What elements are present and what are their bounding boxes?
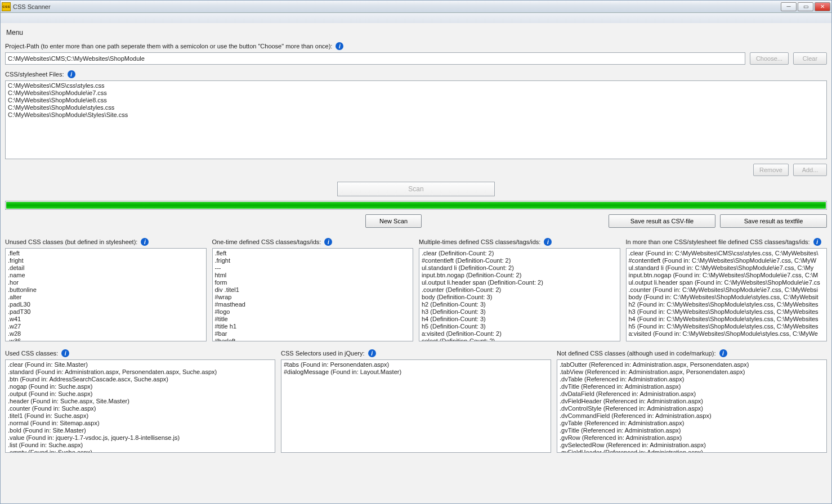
list-item[interactable]: a:visited (Definition-Count: 2) [422,330,618,338]
list-item[interactable]: h4 (Definition-Count: 3) [422,316,618,323]
add-button[interactable]: Add... [793,164,827,176]
list-item[interactable]: h3 (Found in: C:\MyWebsites\ShopModule\s… [629,308,825,316]
list-item[interactable]: div .titel1 [215,286,411,294]
list-item[interactable]: .clear (Definition-Count: 2) [422,250,618,257]
list-item[interactable]: #contentleft (Definition-Count: 2) [422,257,618,264]
list-item[interactable]: C:\MyWebsites\ShopModule\ie7.css [8,89,824,97]
clear-button[interactable]: Clear [793,52,827,65]
list-item[interactable]: input.btn.nogap (Definition-Count: 2) [422,272,618,279]
list-item[interactable]: .counter (Found in: Suche.aspx) [8,405,272,412]
list-item[interactable]: #title h1 [215,323,411,330]
list-item[interactable]: .empty (Found in: Suche.aspx) [8,449,272,453]
list-item[interactable]: .standard (Found in: Administration.aspx… [8,368,272,376]
list-item[interactable]: #tabs (Found in: Personendaten.aspx) [284,361,548,368]
list-item[interactable]: form [215,279,411,286]
list-item[interactable]: .fright [215,257,411,264]
list-item[interactable]: ul.standard li (Found in: C:\MyWebsites\… [629,264,825,272]
list-item[interactable]: h5 (Definition-Count: 3) [422,323,618,330]
list-item[interactable]: h4 (Found in: C:\MyWebsites\ShopModule\s… [629,316,825,323]
list-item[interactable]: .nogap (Found in: Suche.aspx) [8,383,272,390]
list-item[interactable]: .clear (Found in: Site.Master) [8,361,272,368]
remove-button[interactable]: Remove [753,164,789,176]
list-item[interactable]: .w27 [8,323,204,330]
list-item[interactable]: --- [215,264,411,272]
list-item[interactable]: .titel1 (Found in: Suche.aspx) [8,412,272,420]
list-item[interactable]: .btn (Found in: AddressSearchCascade.asc… [8,376,272,383]
list-item[interactable]: ul.standard li (Definition-Count: 2) [422,264,618,272]
project-path-input[interactable] [5,52,745,65]
used-listbox[interactable]: .clear (Found in: Site.Master).standard … [5,359,275,453]
list-item[interactable]: .header (Found in: Suche.aspx, Site.Mast… [8,398,272,405]
list-item[interactable]: .w28 [8,330,204,338]
list-item[interactable]: .w36 [8,338,204,341]
list-item[interactable]: .gvTitle (Referenced in: Administration.… [560,427,824,434]
menu-label[interactable]: Menu [5,25,827,37]
list-item[interactable]: .detail [8,264,204,272]
list-item[interactable]: .fleft [8,250,204,257]
list-item[interactable]: #title [215,316,411,323]
info-icon[interactable]: i [719,349,727,357]
info-icon[interactable]: i [813,238,821,246]
list-item[interactable]: .counter (Definition-Count: 2) [422,286,618,294]
list-item[interactable]: #bar [215,330,411,338]
list-item[interactable]: .w41 [8,316,204,323]
list-item[interactable]: .buttonline [8,286,204,294]
jquery-listbox[interactable]: #tabs (Found in: Personendaten.aspx)#dia… [281,359,551,453]
list-item[interactable]: h2 (Definition-Count: 3) [422,301,618,308]
list-item[interactable]: #masthead [215,301,411,308]
scan-button[interactable]: Scan [337,182,495,196]
info-icon[interactable]: i [336,42,343,50]
list-item[interactable]: .gvTable (Referenced in: Administration.… [560,420,824,427]
save-csv-button[interactable]: Save result as CSV-file [609,214,715,228]
list-item[interactable]: select (Definition-Count: 2) [422,338,618,341]
list-item[interactable]: #wrap [215,294,411,301]
list-item[interactable]: input.btn.nogap (Found in: C:\MyWebsites… [629,272,825,279]
list-item[interactable]: C:\MyWebsites\ShopModule\Styles\Site.css [8,111,824,119]
list-item[interactable]: C:\MyWebsites\ShopModule\styles.css [8,104,824,111]
list-item[interactable]: .dvTable (Referenced in: Administration.… [560,376,824,383]
unused-listbox[interactable]: .fleft.fright.detail.name.hor.buttonline… [5,248,207,341]
multiple-listbox[interactable]: .clear (Definition-Count: 2)#contentleft… [419,248,620,341]
list-item[interactable]: .gvRow (Referenced in: Administration.as… [560,434,824,442]
list-item[interactable]: .padL30 [8,301,204,308]
list-item[interactable]: body (Definition-Count: 3) [422,294,618,301]
minimize-button[interactable]: ─ [781,2,797,11]
notdefined-listbox[interactable]: .tabOutter (Referenced in: Administratio… [557,359,827,453]
list-item[interactable]: .gvFieldHeader (Referenced in: Administr… [560,449,824,453]
list-item[interactable]: .bold (Found in: Site.Master) [8,427,272,434]
list-item[interactable]: #dialogMessage (Found in: Layout.Master) [284,368,548,376]
info-icon[interactable]: i [68,70,75,78]
list-item[interactable]: a:visited (Found in: C:\MyWebsites\ShopM… [629,330,825,338]
info-icon[interactable]: i [61,349,69,357]
list-item[interactable]: .clear (Found in: C:\MyWebsites\CMS\css\… [629,250,825,257]
list-item[interactable]: .dvFieldHeader (Referenced in: Administr… [560,398,824,405]
list-item[interactable]: .counter (Found in: C:\MyWebsites\ShopMo… [629,286,825,294]
info-icon[interactable]: i [324,238,332,246]
list-item[interactable]: .tabView (Referenced in: Administration.… [560,368,824,376]
list-item[interactable]: .fright [8,257,204,264]
list-item[interactable]: .dvCommandField (Referenced in: Administ… [560,412,824,420]
choose-button[interactable]: Choose... [750,52,789,65]
list-item[interactable]: .name [8,272,204,279]
maximize-button[interactable]: ▭ [798,2,813,11]
list-item[interactable]: .normal (Found in: Sitemap.aspx) [8,420,272,427]
new-scan-button[interactable]: New Scan [365,214,422,228]
close-button[interactable]: ✕ [815,2,830,11]
onetime-listbox[interactable]: .fleft.fright---htmlformdiv .titel1#wrap… [212,248,414,341]
list-item[interactable]: ul.output li.header span (Definition-Cou… [422,279,618,286]
list-item[interactable]: C:\MyWebsites\CMS\css\styles.css [8,82,824,89]
list-item[interactable]: h5 (Found in: C:\MyWebsites\ShopModule\s… [629,323,825,330]
list-item[interactable]: .output (Found in: Suche.aspx) [8,390,272,398]
save-txt-button[interactable]: Save result as textfile [720,214,827,228]
list-item[interactable]: .tabOutter (Referenced in: Administratio… [560,361,824,368]
list-item[interactable]: #contentleft (Found in: C:\MyWebsites\Sh… [629,257,825,264]
list-item[interactable]: body (Found in: C:\MyWebsites\ShopModule… [629,294,825,301]
list-item[interactable]: .list (Found in: Suche.aspx) [8,442,272,449]
title-bar[interactable]: css CSS Scanner ─ ▭ ✕ [1,1,831,13]
list-item[interactable]: h2 (Found in: C:\MyWebsites\ShopModule\s… [629,301,825,308]
list-item[interactable]: .gvSelectedRow (Referenced in: Administr… [560,442,824,449]
list-item[interactable]: .value (Found in: jquery-1.7-vsdoc.js, j… [8,434,272,442]
list-item[interactable]: #barleft [215,338,411,341]
list-item[interactable]: .padT30 [8,308,204,316]
info-icon[interactable]: i [544,238,552,246]
